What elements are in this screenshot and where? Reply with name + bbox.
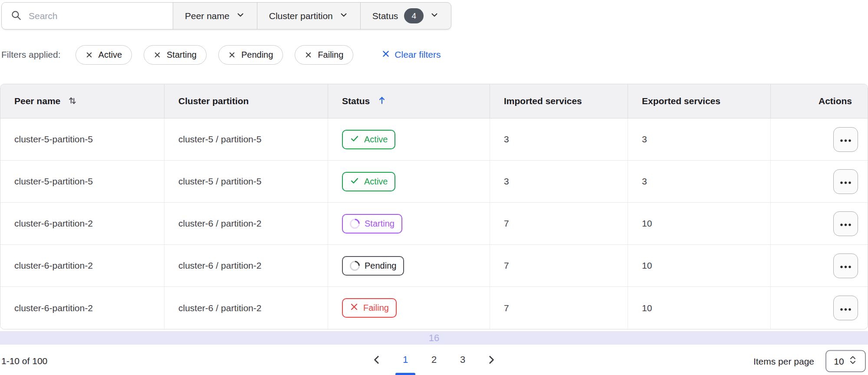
filter-chips: Active Starting Pending Failing [76, 45, 354, 65]
selector-updown-icon [848, 355, 858, 368]
previous-page-button[interactable] [370, 353, 383, 366]
table-row: cluster-5-partition-5 cluster-5 / partit… [0, 161, 868, 203]
row-actions-button[interactable] [833, 253, 858, 278]
column-header-imported-services[interactable]: Imported services [490, 84, 628, 118]
next-page-button[interactable] [485, 353, 498, 366]
actions-cell [771, 245, 868, 286]
pagination-range-label: 1-10 of 100 [1, 356, 47, 366]
status-badge-active: Active [342, 172, 395, 191]
imported-services-cell: 7 [490, 245, 628, 286]
column-header-exported-services[interactable]: Exported services [628, 84, 771, 118]
actions-cell [771, 161, 868, 202]
table-header-row: Peer name Cluster partition Status [0, 84, 868, 118]
ellipsis-icon [840, 260, 852, 271]
peer-name-cell: cluster-6-partition-2 [0, 245, 164, 286]
row-actions-button[interactable] [833, 296, 858, 320]
row-actions-button[interactable] [833, 127, 858, 152]
peer-name-filter-label: Peer name [185, 11, 230, 21]
imported-services-cell: 3 [490, 118, 628, 160]
status-cell: Pending [328, 245, 490, 286]
filter-chip-label: Starting [167, 50, 197, 60]
filter-chip-active[interactable]: Active [76, 45, 132, 65]
exported-services-cell: 10 [628, 203, 771, 244]
column-header-cluster-partition[interactable]: Cluster partition [164, 84, 328, 118]
imported-services-cell: 3 [490, 161, 628, 202]
page-size-select[interactable]: 10 [825, 350, 866, 372]
cluster-partition-filter-dropdown[interactable]: Cluster partition [257, 3, 361, 29]
cluster-partition-filter-label: Cluster partition [269, 11, 333, 21]
filter-chip-label: Failing [318, 50, 343, 60]
status-badge-failing: Failing [342, 298, 397, 318]
table-row: cluster-6-partition-2 cluster-6 / partit… [0, 203, 868, 245]
cluster-partition-cell: cluster-5 / partition-5 [164, 118, 328, 160]
column-header-label: Cluster partition [178, 96, 249, 106]
check-icon [350, 176, 359, 188]
remove-filter-icon[interactable] [228, 51, 236, 59]
exported-services-cell: 3 [628, 161, 771, 202]
table-row: cluster-6-partition-2 cluster-6 / partit… [0, 245, 868, 287]
search-field[interactable] [2, 3, 173, 29]
partial-next-row: 16 [0, 331, 868, 345]
column-header-status[interactable]: Status [328, 84, 490, 118]
ellipsis-icon [840, 134, 852, 145]
applied-filters-row: Filters applied: Active Starting Pending [1, 45, 441, 65]
spinner-icon [348, 259, 362, 273]
filter-toolbar: Peer name Cluster partition Status 4 [1, 2, 451, 30]
column-header-label: Imported services [504, 96, 582, 106]
status-filter-count-badge: 4 [404, 8, 424, 23]
status-label: Active [364, 135, 388, 145]
exported-services-cell: 10 [628, 287, 771, 329]
peer-name-cell: cluster-5-partition-5 [0, 118, 164, 160]
actions-cell [771, 118, 868, 160]
column-header-label: Status [342, 96, 370, 106]
peer-name-cell: cluster-6-partition-2 [0, 203, 164, 244]
sort-updown-icon[interactable] [67, 95, 78, 108]
filter-chip-label: Active [99, 50, 122, 60]
status-cell: Active [328, 161, 490, 202]
filter-chip-pending[interactable]: Pending [218, 45, 283, 65]
column-header-peer-name[interactable]: Peer name [0, 84, 164, 118]
chevron-down-icon [236, 10, 245, 22]
row-actions-button[interactable] [833, 169, 858, 194]
cluster-partition-cell: cluster-6 / partition-2 [164, 287, 328, 329]
x-icon [350, 303, 358, 313]
status-label: Active [364, 177, 388, 187]
filter-chip-starting[interactable]: Starting [144, 45, 207, 65]
items-per-page: Items per page 10 [753, 350, 866, 372]
ellipsis-icon [840, 303, 852, 313]
peer-name-filter-dropdown[interactable]: Peer name [173, 3, 257, 29]
status-filter-dropdown[interactable]: Status 4 [361, 3, 451, 29]
page-button-3[interactable]: 3 [456, 352, 469, 368]
remove-filter-icon[interactable] [85, 51, 93, 59]
table-row: cluster-5-partition-5 cluster-5 / partit… [0, 118, 868, 161]
items-per-page-label: Items per page [753, 356, 814, 366]
actions-cell [771, 287, 868, 329]
page-button-1[interactable]: 1 [399, 352, 412, 368]
column-header-label: Exported services [642, 96, 720, 106]
remove-filter-icon[interactable] [154, 51, 161, 59]
column-header-label: Peer name [14, 96, 60, 106]
filter-chip-failing[interactable]: Failing [295, 45, 353, 65]
cluster-partition-cell: cluster-6 / partition-2 [164, 203, 328, 244]
chevron-down-icon [339, 10, 349, 22]
peers-table-page: Peer name Cluster partition Status 4 [0, 0, 868, 375]
status-cell: Failing [328, 287, 490, 329]
row-actions-button[interactable] [833, 211, 858, 236]
page-button-2[interactable]: 2 [427, 352, 441, 368]
sort-ascending-icon[interactable] [376, 95, 388, 108]
status-badge-pending: Pending [342, 256, 404, 276]
peer-name-cell: cluster-5-partition-5 [0, 161, 164, 202]
status-cell: Starting [328, 203, 490, 244]
filters-applied-label: Filters applied: [1, 49, 61, 60]
cluster-partition-cell: cluster-5 / partition-5 [164, 161, 328, 202]
status-label: Failing [363, 303, 389, 313]
exported-services-cell: 10 [628, 245, 771, 286]
clear-filters-button[interactable]: Clear filters [382, 49, 441, 60]
chevron-down-icon [430, 10, 439, 22]
search-input[interactable] [29, 11, 164, 21]
status-label: Pending [365, 261, 396, 271]
exported-services-cell: 3 [628, 118, 771, 160]
status-badge-starting: Starting [342, 214, 402, 234]
cluster-partition-cell: cluster-6 / partition-2 [164, 245, 328, 286]
remove-filter-icon[interactable] [305, 51, 312, 59]
